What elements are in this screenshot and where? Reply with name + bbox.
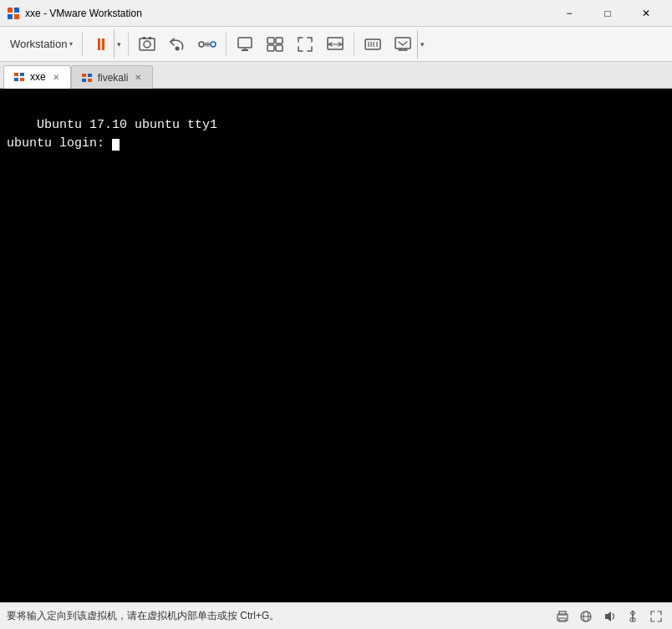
svg-rect-2 — [8, 14, 13, 19]
status-usb-icon[interactable] — [624, 607, 642, 626]
view-button-group: ▾ — [389, 30, 427, 59]
ctrlaltdel-button[interactable] — [359, 30, 387, 59]
console-output: Ubuntu 17.10 ubuntu tty1 ubuntu login: — [0, 89, 672, 181]
power-button-group: ▾ — [87, 30, 124, 59]
svg-rect-29 — [14, 73, 18, 76]
view-button[interactable] — [389, 30, 417, 59]
svg-rect-36 — [88, 79, 92, 82]
console-line1: Ubuntu 17.10 ubuntu tty1 — [37, 118, 217, 132]
minimize-button[interactable]: − — [550, 0, 588, 27]
tab-fivekali[interactable]: fivekali ✕ — [71, 65, 154, 89]
svg-rect-30 — [20, 73, 24, 76]
tab-xxe-close[interactable]: ✕ — [50, 71, 62, 83]
tabs-bar: xxe ✕ fivekali ✕ — [0, 62, 672, 89]
autofit-icon — [325, 34, 345, 54]
close-button[interactable]: ✕ — [627, 0, 665, 27]
window-title: xxe - VMware Workstation — [25, 8, 550, 19]
svg-rect-3 — [14, 14, 19, 19]
status-fullscreen-icon[interactable] — [647, 607, 665, 626]
unity-view-icon — [265, 34, 285, 54]
svg-rect-18 — [276, 38, 283, 43]
svg-rect-14 — [238, 38, 252, 48]
vm-console[interactable]: Ubuntu 17.10 ubuntu tty1 ubuntu login: — [0, 89, 672, 602]
svg-rect-19 — [267, 45, 274, 51]
view-dropdown[interactable]: ▾ — [417, 30, 427, 59]
workstation-chevron: ▾ — [69, 40, 73, 48]
power-icon — [91, 35, 109, 54]
autofit-button[interactable] — [321, 30, 349, 59]
vmware-icon — [7, 7, 20, 20]
share-icon — [197, 34, 217, 54]
snapshot-button[interactable] — [133, 30, 161, 59]
title-bar: xxe - VMware Workstation − □ ✕ — [0, 0, 672, 27]
power-dropdown[interactable]: ▾ — [114, 30, 124, 59]
toolbar-separator-4 — [354, 33, 354, 56]
tab-fivekali-label: fivekali — [98, 72, 129, 84]
svg-rect-38 — [559, 611, 566, 615]
status-printer-icon[interactable] — [553, 607, 572, 626]
snapshot-icon — [137, 34, 157, 54]
tab-fivekali-icon — [80, 72, 94, 84]
power-button[interactable] — [87, 30, 114, 59]
svg-rect-31 — [14, 78, 18, 81]
toolbar: Workstation ▾ ▾ — [0, 27, 672, 62]
status-text: 要将输入定向到该虚拟机，请在虚拟机内部单击或按 Ctrl+G。 — [7, 609, 548, 623]
svg-point-10 — [176, 46, 180, 50]
svg-rect-9 — [149, 37, 151, 39]
fullscreen-icon — [295, 34, 315, 54]
svg-rect-20 — [276, 45, 283, 51]
svg-rect-23 — [365, 39, 380, 49]
restore-button[interactable]: □ — [588, 0, 627, 27]
normal-view-icon — [235, 34, 255, 54]
console-line2: ubuntu login: — [7, 136, 112, 151]
status-bar: 要将输入定向到该虚拟机，请在虚拟机内部单击或按 Ctrl+G。 — [0, 602, 672, 629]
status-network-icon[interactable] — [577, 607, 595, 626]
svg-rect-28 — [395, 38, 410, 49]
unity-view-button[interactable] — [261, 30, 289, 59]
svg-point-13 — [211, 42, 216, 47]
toolbar-separator-3 — [226, 33, 227, 56]
svg-rect-33 — [82, 74, 86, 77]
toolbar-separator-1 — [82, 33, 83, 56]
svg-rect-1 — [14, 8, 19, 13]
svg-rect-35 — [82, 79, 86, 82]
svg-rect-0 — [8, 8, 13, 13]
normal-view-button[interactable] — [231, 30, 259, 59]
workstation-menu[interactable]: Workstation ▾ — [5, 29, 78, 59]
revert-button[interactable] — [163, 30, 191, 59]
revert-icon — [167, 34, 187, 54]
svg-point-11 — [199, 42, 204, 47]
tab-xxe[interactable]: xxe ✕ — [3, 65, 71, 89]
share-button[interactable] — [193, 30, 221, 59]
svg-rect-34 — [88, 74, 92, 77]
svg-rect-6 — [140, 38, 155, 50]
toolbar-separator-2 — [128, 33, 129, 56]
power-chevron: ▾ — [117, 40, 121, 49]
view-chevron: ▾ — [420, 40, 425, 49]
fullscreen-button[interactable] — [291, 30, 319, 59]
svg-rect-4 — [98, 38, 100, 50]
svg-rect-17 — [267, 38, 274, 43]
ctrlaltdel-icon — [363, 34, 383, 54]
status-audio-icon[interactable] — [600, 607, 619, 626]
tab-fivekali-close[interactable]: ✕ — [132, 72, 144, 84]
svg-point-7 — [144, 41, 150, 48]
tab-xxe-label: xxe — [30, 71, 46, 83]
svg-rect-8 — [143, 37, 145, 39]
cursor-blink — [112, 139, 120, 151]
svg-rect-15 — [242, 49, 248, 51]
svg-rect-5 — [102, 38, 104, 50]
svg-marker-43 — [605, 611, 611, 621]
workstation-label: Workstation — [10, 38, 67, 50]
view-icon — [393, 34, 413, 54]
tab-xxe-icon — [13, 71, 26, 83]
svg-rect-32 — [20, 78, 24, 81]
